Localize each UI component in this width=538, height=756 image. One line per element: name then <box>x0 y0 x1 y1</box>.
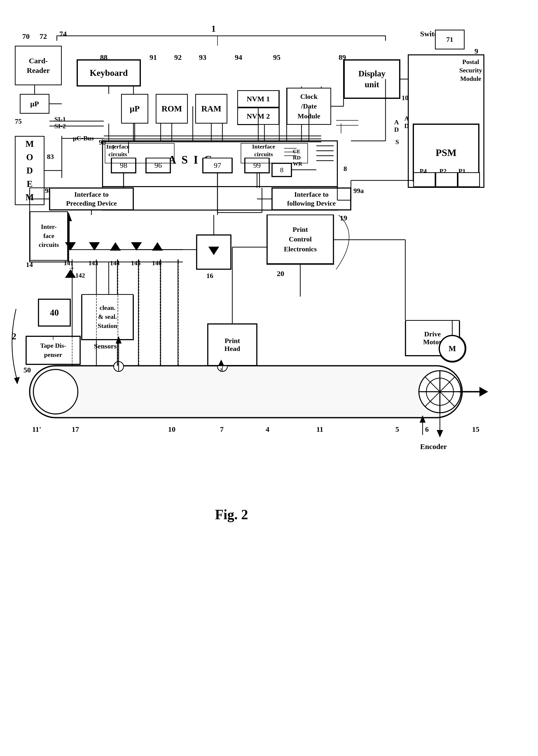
svg-point-24 <box>33 369 78 414</box>
label-sensors: Sensors <box>94 342 117 350</box>
label-144: 144 <box>110 259 120 267</box>
box-display-unit: Displayunit <box>344 59 400 99</box>
box-97-label: 97 <box>214 161 221 170</box>
label-145: 145 <box>131 259 140 267</box>
box-8-inner-label: 8 <box>280 166 284 174</box>
box-98: 98 <box>111 158 136 173</box>
interface-following-label: Interface tofollowing Device <box>287 190 336 208</box>
box-mup-card: μP <box>20 94 49 114</box>
label-20: 20 <box>277 269 284 278</box>
triangle-143 <box>89 242 100 251</box>
box-97: 97 <box>203 158 232 173</box>
label-146: 146 <box>152 259 162 267</box>
box-keyboard: Keyboard <box>77 59 141 86</box>
label-94: 94 <box>235 53 242 62</box>
interface-circuits-14-label: Inter-facecircuits <box>39 222 59 249</box>
mup-card-label: μP <box>30 100 39 108</box>
box-switch-71: 71 <box>435 30 464 49</box>
nvm2-label: NVM 2 <box>246 112 270 120</box>
box-nvm1: NVM 1 <box>237 90 279 108</box>
label-90: 90 <box>99 138 106 146</box>
label-si1: SI-1 <box>54 116 66 123</box>
label-93: 93 <box>199 53 206 62</box>
label-8: 8 <box>344 165 347 173</box>
diagram-container: 70 72 74 1 Switch 71 9 Card-Reader μP 75… <box>0 0 538 756</box>
label-15: 15 <box>472 425 479 433</box>
drive-motor-label: DriveMotor <box>423 330 442 346</box>
label-17: 17 <box>72 425 79 433</box>
label-142: 142 <box>76 272 85 279</box>
svg-marker-73 <box>437 430 443 437</box>
interface-preceding-label: Interface toPreceding Device <box>66 190 117 208</box>
postal-security-label: PostalSecurityModule <box>459 58 482 83</box>
psm-label: PSM <box>436 147 457 158</box>
label-uc-bus: μC-Bus <box>73 135 94 142</box>
label-si2: SI-2 <box>54 123 66 130</box>
triangle-142-up <box>65 269 76 279</box>
label-16: 16 <box>206 272 213 280</box>
box-71-label: 71 <box>446 35 453 43</box>
box-40: 40 <box>38 299 71 326</box>
label-7: 7 <box>220 425 224 433</box>
box-clean-seal: clean.& seal.Station <box>81 294 134 340</box>
print-head-label: PrintHead <box>224 337 240 353</box>
box-P4 <box>413 172 435 187</box>
box-96-label: 96 <box>154 161 162 170</box>
label-10: 10 <box>168 425 176 433</box>
box-card-reader: Card-Reader <box>15 46 62 85</box>
label-11p: 11' <box>32 425 41 433</box>
box-clock-date: Clock/DateModule <box>287 88 331 125</box>
label-75: 75 <box>15 117 22 125</box>
label-6: 6 <box>425 425 429 433</box>
box-modem: MODEM <box>15 136 44 205</box>
label-74: 74 <box>59 30 67 38</box>
label-rd: RD <box>293 154 301 161</box>
label-99a: 99a <box>353 187 364 195</box>
box-tape-dispenser: Tape Dis-penser <box>26 336 80 364</box>
label-encoder: Encoder <box>420 442 447 451</box>
label-4: 4 <box>266 425 269 433</box>
label-11: 11 <box>316 425 323 433</box>
box-98-label: 98 <box>120 161 127 170</box>
label-D-right: D <box>404 122 409 130</box>
label-9: 9 <box>474 47 478 55</box>
label-141: 141 <box>64 259 74 267</box>
card-reader-label: Card-Reader <box>27 56 50 75</box>
triangle-146-up <box>152 242 163 251</box>
label-wr: WR <box>293 161 302 167</box>
label-50: 50 <box>24 366 31 374</box>
box-16 <box>196 235 231 269</box>
box-ram: RAM <box>195 94 227 124</box>
box-print-control: PrintControlElectronics <box>267 215 334 264</box>
label-14: 14 <box>26 261 33 269</box>
svg-marker-32 <box>479 387 487 397</box>
M-label: M <box>449 344 456 353</box>
nvm1-label: NVM 1 <box>246 95 270 103</box>
label-19: 19 <box>340 214 347 222</box>
ram-label: RAM <box>201 104 221 113</box>
clean-seal-label: clean.& seal.Station <box>98 303 117 330</box>
box-print-head: PrintHead <box>208 324 257 366</box>
box-rom: ROM <box>156 94 188 124</box>
label-A-right: A <box>404 115 409 122</box>
mup-asic-label: μP <box>130 104 139 113</box>
svg-rect-23 <box>30 366 462 418</box>
label-92: 92 <box>174 53 182 62</box>
box-96: 96 <box>146 158 171 173</box>
modem-label: MODEM <box>26 137 34 204</box>
box-interface-circuits-14: Inter-facecircuits <box>30 211 68 261</box>
triangle-145 <box>131 242 142 251</box>
triangle-141 <box>65 242 76 251</box>
motor-circle-M: M <box>439 335 466 362</box>
label-91: 91 <box>149 53 157 62</box>
tape-dispenser-label: Tape Dis-penser <box>40 341 66 359</box>
label-interface-left: Interfacecircuits <box>106 143 129 158</box>
label-1: 1 <box>211 24 216 34</box>
label-83: 83 <box>47 153 54 161</box>
label-5: 5 <box>396 425 399 433</box>
label-ce: CE <box>293 148 300 155</box>
box-99: 99 <box>245 158 269 173</box>
fig-label: Fig. 2 <box>215 507 248 522</box>
keyboard-label: Keyboard <box>90 68 128 78</box>
box-P1 <box>458 172 480 187</box>
